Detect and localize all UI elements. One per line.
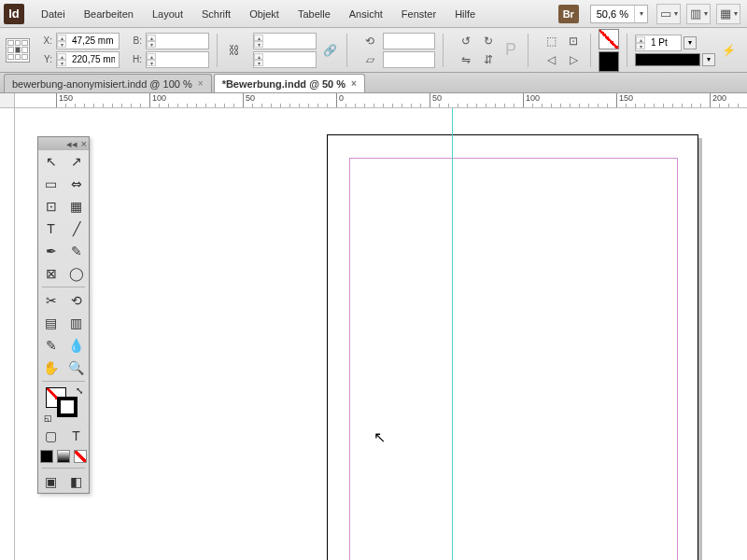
- link-icon[interactable]: 🔗: [320, 42, 339, 59]
- constrain-icon[interactable]: ⛓: [225, 42, 244, 59]
- margin-guides: [349, 158, 678, 560]
- bridge-button[interactable]: Br: [558, 5, 579, 23]
- menu-type[interactable]: Schrift: [192, 3, 240, 25]
- scale-y-field[interactable]: ▴▾: [253, 51, 317, 68]
- formatting-text-icon[interactable]: T: [63, 425, 89, 447]
- close-icon[interactable]: ×: [81, 138, 87, 149]
- y-label: Y:: [39, 54, 52, 64]
- reference-point[interactable]: [6, 38, 30, 63]
- zoom-tool[interactable]: 🔍: [63, 357, 89, 379]
- direct-selection-tool[interactable]: ↗: [63, 150, 89, 173]
- close-icon[interactable]: ×: [198, 78, 204, 89]
- h-input[interactable]: [158, 54, 208, 64]
- app-logo-icon: Id: [4, 4, 24, 24]
- stroke-weight-field[interactable]: ▴▾: [635, 35, 682, 51]
- menu-layout[interactable]: Layout: [143, 3, 192, 25]
- scissors-tool[interactable]: ✂: [38, 289, 63, 312]
- menu-window[interactable]: Fenster: [392, 3, 445, 25]
- type-tool[interactable]: T: [38, 217, 63, 240]
- tools-panel[interactable]: ◂◂× ↖ ↗ ▭ ⇔ ⊡ ▦ T ╱ ✒ ✎ ⊠ ◯ ✂ ⟲ ▤ ▥ ✎ 💧: [37, 136, 90, 494]
- flip-v-icon[interactable]: ⇵: [479, 51, 498, 68]
- vertical-guide[interactable]: [452, 108, 453, 560]
- y-input[interactable]: [68, 54, 119, 64]
- normal-view-icon[interactable]: ▣: [38, 470, 63, 493]
- stroke-swatch[interactable]: [599, 51, 619, 72]
- stroke-style-swatch[interactable]: [635, 53, 700, 66]
- view-options-button[interactable]: ▭: [656, 4, 681, 24]
- collapse-icon[interactable]: ◂◂: [66, 138, 78, 150]
- select-content-icon[interactable]: ⊡: [564, 33, 583, 49]
- formatting-container-icon[interactable]: ▢: [38, 425, 63, 447]
- preview-view-icon[interactable]: ◧: [63, 470, 89, 493]
- selection-tool[interactable]: ↖: [38, 150, 63, 173]
- vertical-ruler[interactable]: [0, 108, 15, 560]
- rotate-ccw-icon[interactable]: ↺: [457, 33, 475, 49]
- workspace: 15010050050100150200 ◂◂× ↖ ↗ ▭ ⇔ ⊡ ▦ T ╱…: [0, 93, 747, 560]
- horizontal-ruler[interactable]: 15010050050100150200: [15, 93, 747, 108]
- menu-object[interactable]: Objekt: [240, 3, 289, 25]
- rotate-cw-icon[interactable]: ↻: [479, 33, 498, 49]
- document-tabs: bewerbung-anonymisiert.indd @ 100 % × *B…: [0, 73, 747, 93]
- swap-colors-icon[interactable]: ⤡: [76, 385, 83, 396]
- menu-file[interactable]: Datei: [32, 3, 75, 25]
- menu-help[interactable]: Hilfe: [445, 3, 485, 25]
- zoom-value[interactable]: 50,6 %: [591, 8, 634, 20]
- apply-gradient-icon[interactable]: [57, 450, 70, 463]
- scale-x-field[interactable]: ▴▾: [253, 33, 317, 49]
- apply-color-icon[interactable]: [40, 450, 53, 463]
- gradient-swatch-tool[interactable]: ▤: [38, 312, 63, 334]
- close-icon[interactable]: ×: [351, 78, 357, 89]
- rotate-icon: ⟲: [360, 33, 379, 49]
- free-transform-tool[interactable]: ⟲: [63, 289, 89, 312]
- w-input[interactable]: [158, 35, 208, 46]
- stroke-color-swatch[interactable]: [57, 397, 78, 417]
- panel-header[interactable]: ◂◂×: [38, 137, 89, 150]
- page-tool[interactable]: ▭: [38, 173, 63, 195]
- line-tool[interactable]: ╱: [63, 217, 89, 240]
- document-tab[interactable]: *Bewerbung.indd @ 50 % ×: [214, 74, 365, 92]
- fill-stroke-swatches[interactable]: ⤡ ◱: [38, 384, 89, 425]
- rectangle-frame-tool[interactable]: ⊠: [38, 262, 63, 285]
- content-placer-tool[interactable]: ▦: [63, 195, 89, 217]
- menu-view[interactable]: Ansicht: [340, 3, 392, 25]
- menu-edit[interactable]: Bearbeiten: [75, 3, 143, 25]
- arrange-button[interactable]: ▦: [716, 4, 740, 24]
- x-input[interactable]: [68, 35, 119, 46]
- note-tool[interactable]: ✎: [38, 334, 63, 357]
- paragraph-icon: P: [501, 42, 520, 59]
- pen-tool[interactable]: ✒: [38, 240, 63, 262]
- tab-label: bewerbung-anonymisiert.indd @ 100 %: [12, 78, 192, 90]
- eyedropper-tool[interactable]: 💧: [63, 334, 89, 357]
- default-colors-icon[interactable]: ◱: [44, 413, 52, 423]
- y-field[interactable]: ▴▾: [56, 51, 120, 68]
- hand-tool[interactable]: ✋: [38, 357, 63, 379]
- apply-none-icon[interactable]: [74, 450, 87, 463]
- rotate-field[interactable]: [383, 33, 435, 49]
- h-field[interactable]: ▴▾: [146, 51, 209, 68]
- pencil-tool[interactable]: ✎: [63, 240, 89, 262]
- content-collector-tool[interactable]: ⊡: [38, 195, 63, 217]
- fill-swatch[interactable]: [599, 29, 619, 49]
- stroke-weight-dropdown[interactable]: ▾: [684, 36, 697, 49]
- x-field[interactable]: ▴▾: [56, 33, 120, 49]
- screen-mode-button[interactable]: ▥: [686, 4, 711, 24]
- select-next-icon[interactable]: ▷: [564, 51, 583, 68]
- menubar: Id Datei Bearbeiten Layout Schrift Objek…: [0, 0, 747, 28]
- select-container-icon[interactable]: ⬚: [542, 33, 560, 49]
- flip-h-icon[interactable]: ⇋: [457, 51, 475, 68]
- shear-field[interactable]: [383, 51, 435, 68]
- select-prev-icon[interactable]: ◁: [542, 51, 560, 68]
- canvas[interactable]: ◂◂× ↖ ↗ ▭ ⇔ ⊡ ▦ T ╱ ✒ ✎ ⊠ ◯ ✂ ⟲ ▤ ▥ ✎ 💧: [15, 108, 747, 560]
- ellipse-tool[interactable]: ◯: [63, 262, 89, 285]
- w-label: B:: [129, 35, 142, 46]
- gap-tool[interactable]: ⇔: [63, 173, 89, 195]
- zoom-level[interactable]: 50,6 % ▾: [590, 5, 648, 23]
- menu-table[interactable]: Tabelle: [289, 3, 340, 25]
- ruler-origin[interactable]: [0, 93, 15, 108]
- stroke-style-dropdown[interactable]: ▾: [702, 53, 715, 66]
- gradient-feather-tool[interactable]: ▥: [63, 312, 89, 334]
- document-tab[interactable]: bewerbung-anonymisiert.indd @ 100 % ×: [4, 74, 212, 92]
- w-field[interactable]: ▴▾: [146, 33, 209, 49]
- quick-apply-icon[interactable]: ⚡: [719, 42, 738, 59]
- zoom-dropdown-icon[interactable]: ▾: [634, 6, 647, 22]
